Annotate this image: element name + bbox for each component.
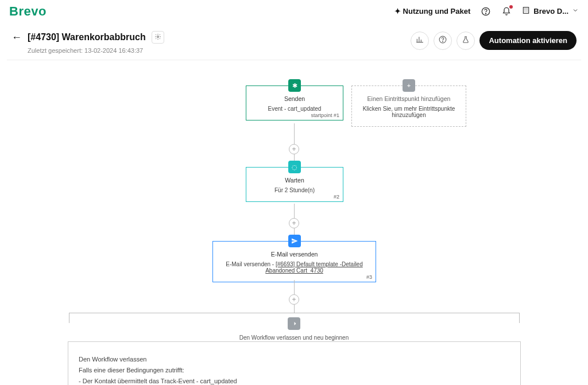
building-icon bbox=[522, 6, 530, 16]
svg-point-5 bbox=[443, 41, 443, 42]
gear-icon bbox=[154, 33, 161, 42]
exit-condition-intro: Falls eine dieser Bedingungen zutrifft: bbox=[79, 367, 510, 374]
add-step-button[interactable]: + bbox=[289, 144, 299, 154]
connector-line bbox=[294, 123, 295, 144]
svg-rect-2 bbox=[524, 7, 529, 14]
node-subtitle: Event - cart_updated bbox=[252, 106, 337, 112]
usage-and-plan-link[interactable]: ✦ Nutzung und Paket bbox=[394, 7, 471, 15]
notifications-icon[interactable] bbox=[501, 6, 512, 17]
help-icon[interactable] bbox=[481, 6, 491, 17]
plus-icon: + bbox=[403, 79, 415, 92]
settings-button[interactable] bbox=[152, 31, 164, 44]
send-icon bbox=[288, 235, 301, 247]
sparkle-icon: ✦ bbox=[394, 7, 401, 15]
svg-point-3 bbox=[157, 36, 158, 37]
last-saved-text: Zuletzt gespeichert: 13-02-2024 16:43:37 bbox=[28, 47, 164, 54]
stats-icon bbox=[416, 36, 424, 45]
connector-line bbox=[294, 305, 295, 313]
flask-icon bbox=[462, 36, 470, 45]
exit-workflow-node[interactable]: Den Workflow verlassen Falls eine dieser… bbox=[68, 341, 521, 385]
wait-node[interactable]: ◌ Warten Für 2 Stunde(n) #2 bbox=[246, 167, 343, 202]
exit-restart-label: Den Workflow verlassen und neu beginnen bbox=[0, 335, 588, 341]
exit-title: Den Workflow verlassen bbox=[79, 356, 510, 363]
activate-automation-button[interactable]: Automation aktivieren bbox=[479, 31, 577, 50]
connector-line bbox=[294, 280, 295, 294]
node-title: Einen Eintrittspunkt hinzufügen bbox=[358, 95, 460, 102]
step-number: #2 bbox=[334, 194, 339, 200]
exit-condition: - Der Kontakt übermittelt das Track-Even… bbox=[79, 378, 510, 384]
chevron-down-icon bbox=[572, 7, 579, 15]
node-subtitle: Für 2 Stunde(n) bbox=[252, 187, 337, 193]
send-email-node[interactable]: E-Mail versenden E-Mail versenden - [#66… bbox=[212, 241, 376, 282]
clock-icon: ◌ bbox=[288, 161, 301, 173]
node-title: E-Mail versenden bbox=[219, 251, 370, 258]
step-number: #3 bbox=[366, 274, 372, 280]
add-entry-point-node[interactable]: + Einen Eintrittspunkt hinzufügen Klicke… bbox=[351, 85, 466, 127]
email-template-link[interactable]: [#6693] Default template -Detailed Aband… bbox=[265, 261, 363, 274]
star-icon: ✱ bbox=[288, 79, 301, 92]
org-switcher[interactable]: Brevo D... bbox=[522, 6, 579, 16]
exit-icon bbox=[288, 317, 300, 330]
question-icon bbox=[439, 36, 447, 45]
stats-button[interactable] bbox=[411, 32, 429, 50]
node-subtitle: E-Mail versenden - [#6693] Default templ… bbox=[219, 261, 370, 274]
entry-point-node[interactable]: ✱ Senden Event - cart_updated startpoint… bbox=[246, 85, 343, 120]
add-step-button[interactable]: + bbox=[289, 294, 299, 305]
add-step-button[interactable]: + bbox=[289, 218, 299, 228]
back-button[interactable]: ← bbox=[11, 32, 22, 44]
node-title: Senden bbox=[252, 95, 337, 102]
brand-logo[interactable]: Brevo bbox=[9, 4, 47, 19]
node-subtitle: Klicken Sie, um mehr Eintrittspunkte hin… bbox=[358, 106, 460, 118]
page-title: [#4730] Warenkorbabbruch bbox=[28, 32, 146, 42]
svg-point-1 bbox=[486, 13, 486, 14]
notification-dot bbox=[509, 5, 513, 9]
step-number: startpoint #1 bbox=[311, 112, 339, 118]
node-title: Warten bbox=[252, 177, 337, 184]
connector-line bbox=[294, 204, 295, 218]
test-button[interactable] bbox=[457, 32, 475, 50]
help-button[interactable] bbox=[434, 32, 452, 50]
